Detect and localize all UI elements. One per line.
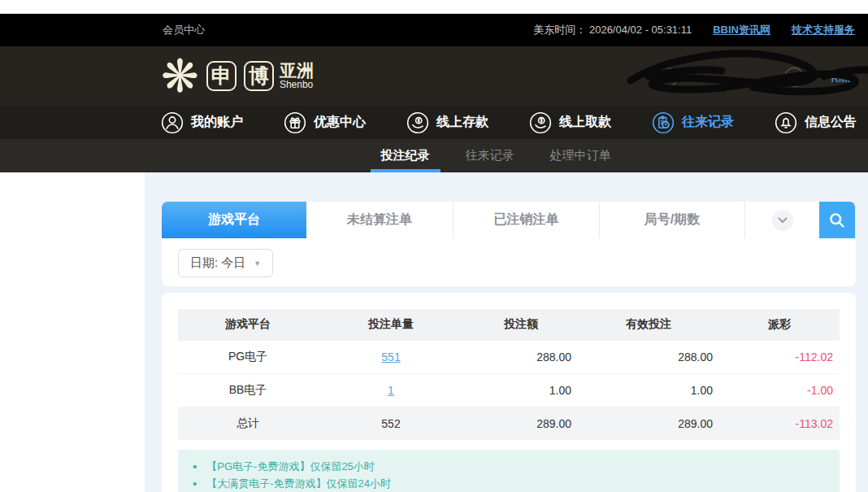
nav-label: 信息公告 [805, 114, 857, 131]
nav-label: 我的账户 [191, 114, 243, 131]
search-button[interactable] [819, 202, 856, 238]
col-bet-amount: 投注额 [464, 309, 578, 340]
filter-card: 游戏平台 未结算注单 已注销注单 局号/期数 [162, 202, 856, 286]
utility-bar: 会员中心 美东时间： 2026/04/02 - 05:31:11 BBIN资讯网… [0, 14, 868, 46]
user-icon [161, 111, 184, 134]
records-icon [652, 111, 675, 134]
gift-icon [284, 111, 306, 134]
brand-latin: Shenbo [280, 80, 314, 90]
bet-amount-cell: 288.00 [464, 340, 578, 373]
tab-game-platform[interactable]: 游戏平台 [162, 202, 306, 238]
bet-count-link[interactable]: 551 [381, 350, 400, 364]
withdraw-icon [529, 111, 552, 134]
nav-label: 线上存款 [436, 114, 488, 131]
bet-count-link[interactable]: 1 [388, 384, 394, 397]
brand-region: 亚洲 [280, 62, 314, 80]
currency-label: RMB [831, 72, 855, 85]
refresh-balance-icon[interactable] [784, 67, 804, 87]
total-bet: 289.00 [464, 407, 578, 440]
subnav-item-bet-records[interactable]: 投注纪录 [381, 139, 430, 172]
collapse-toggle[interactable] [745, 202, 819, 238]
retention-notes: • 【PG电子-免费游戏】仅保留25小时 • 【大满贯电子-免费游戏】仅保留24… [178, 450, 840, 492]
nav-label: 往来记录 [682, 114, 734, 131]
total-payout: -113.02 [719, 407, 840, 440]
subnav-item-transaction-records[interactable]: 往来记录 [466, 139, 514, 172]
record-tabs: 游戏平台 未结算注单 已注销注单 局号/期数 [162, 202, 856, 238]
tab-cancelled-bets[interactable]: 已注销注单 [454, 202, 600, 238]
brand-char-shen: 申 [206, 61, 237, 91]
bbin-news-link[interactable]: BBIN资讯网 [713, 23, 770, 37]
nav-label: 优惠中心 [314, 114, 366, 131]
col-valid-bet: 有效投注 [578, 309, 719, 340]
account-area: RMB [624, 46, 868, 106]
sub-nav: 投注纪录 往来记录 处理中订单 [0, 139, 868, 172]
valid-bet-cell: 1.00 [578, 373, 719, 407]
nav-label: 线上取款 [559, 114, 611, 131]
brand-logo[interactable]: ❋ 申 博 亚洲 Shenbo [161, 53, 314, 100]
table-row: BB电子 1 1.00 1.00 -1.00 [178, 373, 840, 407]
account-icon[interactable] [658, 67, 678, 87]
bell-icon [775, 111, 797, 134]
flower-logo-icon: ❋ [161, 53, 199, 100]
nav-item-my-account[interactable]: 我的账户 [161, 111, 243, 134]
nav-item-deposit[interactable]: 线上存款 [406, 111, 488, 134]
date-filter-dropdown[interactable]: 日期: 今日 ▼ [178, 249, 273, 277]
total-valid: 289.00 [578, 407, 719, 440]
tab-unsettled-bets[interactable]: 未结算注单 [306, 202, 454, 238]
col-payout: 派彩 [719, 309, 840, 340]
nav-item-withdraw[interactable]: 线上取款 [529, 111, 611, 134]
member-center-label: 会员中心 [163, 23, 205, 37]
note-text: 【大满贯电子-免费游戏】仅保留24小时 [206, 475, 391, 492]
chevron-down-icon [772, 210, 793, 231]
note-line: • 【大满贯电子-免费游戏】仅保留24小时 [193, 475, 825, 492]
results-card: 游戏平台 投注单量 投注额 有效投注 派彩 PG电子 551 288.00 28… [162, 293, 856, 492]
platform-cell: BB电子 [178, 373, 318, 407]
col-bet-count: 投注单量 [318, 309, 464, 340]
col-game-platform: 游戏平台 [178, 309, 318, 340]
total-label: 总计 [178, 407, 318, 440]
table-row: PG电子 551 288.00 288.00 -112.02 [178, 340, 840, 373]
valid-bet-cell: 288.00 [578, 340, 719, 373]
page-content: 游戏平台 未结算注单 已注销注单 局号/期数 [0, 172, 868, 492]
time-label: 美东时间： [533, 24, 586, 36]
nav-item-promotions[interactable]: 优惠中心 [284, 111, 366, 134]
payout-cell: -112.02 [719, 340, 840, 373]
deposit-icon [406, 111, 429, 134]
server-time: 美东时间： 2026/04/02 - 05:31:11 [533, 23, 692, 37]
filter-area: 日期: 今日 ▼ [162, 238, 856, 286]
table-header-row: 游戏平台 投注单量 投注额 有效投注 派彩 [178, 309, 840, 340]
total-count: 552 [318, 407, 464, 440]
note-line: • 【PG电子-免费游戏】仅保留25小时 [193, 458, 825, 475]
date-filter-label: 日期: 今日 [190, 255, 245, 271]
subnav-item-pending-orders[interactable]: 处理中订单 [550, 139, 611, 172]
payout-cell: -1.00 [719, 373, 840, 407]
search-icon [828, 211, 846, 229]
tech-support-link[interactable]: 技术支持服务 [792, 23, 855, 37]
platform-cell: PG电子 [178, 340, 318, 373]
bullet-icon: • [193, 458, 197, 475]
page-top-gap [0, 0, 868, 14]
header: ❋ 申 博 亚洲 Shenbo RMB [0, 46, 868, 106]
nav-item-transaction-records[interactable]: 往来记录 [652, 111, 734, 134]
time-value: 2026/04/02 - 05:31:11 [589, 24, 692, 36]
bet-summary-table: 游戏平台 投注单量 投注额 有效投注 派彩 PG电子 551 288.00 28… [178, 309, 840, 440]
caret-down-icon: ▼ [254, 259, 261, 268]
tab-round-number[interactable]: 局号/期数 [600, 202, 745, 238]
records-panel: 游戏平台 未结算注单 已注销注单 局号/期数 [145, 172, 868, 492]
note-text: 【PG电子-免费游戏】仅保留25小时 [206, 458, 375, 475]
bet-amount-cell: 1.00 [464, 373, 578, 407]
brand-char-bo: 博 [244, 61, 274, 91]
table-total-row: 总计 552 289.00 289.00 -113.02 [178, 407, 840, 440]
main-nav: 我的账户 优惠中心 线上存款 线上取款 [0, 106, 868, 139]
bullet-icon: • [193, 475, 197, 492]
nav-item-announcements[interactable]: 信息公告 [775, 111, 857, 134]
